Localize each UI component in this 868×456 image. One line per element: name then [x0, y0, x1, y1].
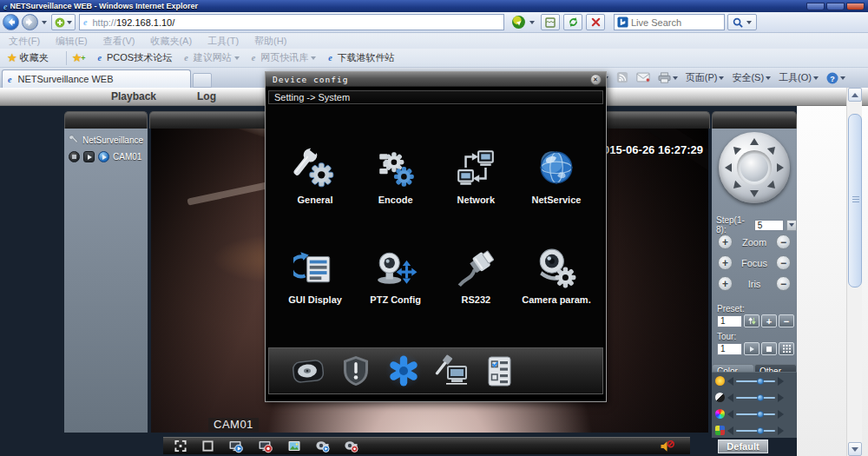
- zoom-out-button[interactable]: −: [776, 235, 791, 249]
- default-button[interactable]: Default: [718, 439, 768, 453]
- slider-handle[interactable]: [757, 427, 764, 434]
- history-dropdown-icon[interactable]: [42, 21, 47, 24]
- stop-stream-icon[interactable]: [69, 151, 80, 162]
- close-button[interactable]: [846, 3, 865, 10]
- slider-handle[interactable]: [757, 394, 764, 401]
- single-window-button[interactable]: [201, 439, 214, 453]
- camera-param-item[interactable]: Camera param.: [522, 247, 591, 305]
- slider-left-arrow[interactable]: [727, 426, 733, 435]
- tree-camera-item[interactable]: CAM01: [64, 151, 148, 162]
- menu-edit[interactable]: 编辑(E): [56, 35, 88, 48]
- nav-info-icon[interactable]: [481, 353, 517, 389]
- site-menu-playback[interactable]: Playback: [111, 90, 156, 102]
- search-go-button[interactable]: [727, 14, 757, 30]
- search-box[interactable]: [614, 14, 725, 30]
- preset-input[interactable]: [717, 315, 742, 327]
- forward-button[interactable]: [22, 14, 38, 30]
- tour-list-button[interactable]: [779, 342, 794, 355]
- camera-live-icon[interactable]: [98, 151, 109, 162]
- safety-menu-button[interactable]: 安全(S): [732, 71, 771, 84]
- tree-root-item[interactable]: NetSurveillance: [64, 135, 148, 145]
- encode-item[interactable]: Encode: [361, 147, 431, 205]
- ptz-config-item[interactable]: PTZ Config: [361, 247, 431, 305]
- play-stream-icon[interactable]: [83, 151, 95, 162]
- ptz-center-ball[interactable]: [737, 150, 772, 185]
- slider-right-arrow[interactable]: [778, 410, 784, 419]
- menu-tools[interactable]: 工具(T): [207, 35, 239, 48]
- minimize-button[interactable]: [806, 3, 825, 10]
- page-menu-button[interactable]: 页面(P): [686, 71, 725, 84]
- preset-goto-button[interactable]: [744, 314, 760, 327]
- nav-advanced-icon[interactable]: [433, 353, 470, 389]
- compatibility-button[interactable]: [541, 14, 560, 30]
- stop-button[interactable]: [586, 14, 605, 30]
- tour-start-button[interactable]: [744, 342, 760, 355]
- add-to-favorites-button[interactable]: ★+: [72, 51, 86, 64]
- new-tab-button[interactable]: [193, 73, 212, 88]
- favorite-link-3[interactable]: e网页快讯库: [252, 51, 316, 64]
- tour-stop-button[interactable]: [761, 342, 777, 355]
- favorite-link-1[interactable]: ePCOS技术论坛: [98, 51, 173, 64]
- slider-left-arrow[interactable]: [727, 393, 733, 402]
- menu-help[interactable]: 帮助(H): [254, 35, 286, 48]
- nav-system-icon[interactable]: [385, 353, 422, 389]
- print-button[interactable]: [658, 72, 678, 83]
- preset-add-button[interactable]: +: [761, 314, 777, 327]
- iris-open-button[interactable]: +: [718, 276, 733, 291]
- record-all-video-button[interactable]: [258, 439, 273, 453]
- favorite-link-4[interactable]: e下载港软件站: [328, 51, 394, 64]
- open-all-video-button[interactable]: [228, 439, 244, 453]
- slider-left-arrow[interactable]: [727, 377, 733, 386]
- tools-menu-button[interactable]: 工具(O): [779, 71, 819, 84]
- help-menu-button[interactable]: ?: [826, 72, 845, 84]
- slider-handle[interactable]: [757, 378, 764, 385]
- tour-input[interactable]: [717, 343, 742, 355]
- scroll-up-button[interactable]: [848, 88, 862, 102]
- slider-left-arrow[interactable]: [727, 410, 733, 419]
- add-favorite-button[interactable]: [51, 14, 76, 30]
- menu-file[interactable]: 文件(F): [9, 35, 40, 48]
- netservice-item[interactable]: NetService: [522, 147, 591, 205]
- scroll-down-button[interactable]: [848, 442, 862, 456]
- favorites-button[interactable]: ★ 收藏夹: [7, 51, 49, 64]
- feeds-button[interactable]: [616, 71, 628, 85]
- camera-play-button[interactable]: [315, 439, 330, 453]
- url-field[interactable]: e http://192.168.1.10/: [79, 14, 504, 30]
- back-button[interactable]: [3, 14, 19, 30]
- read-mail-button[interactable]: [636, 72, 650, 84]
- fullscreen-button[interactable]: [174, 439, 187, 453]
- snapshot-button[interactable]: [287, 439, 301, 453]
- general-item[interactable]: General: [280, 147, 350, 205]
- slider-right-arrow[interactable]: [778, 377, 784, 386]
- dialog-close-button[interactable]: ✕: [590, 74, 602, 85]
- slider-right-arrow[interactable]: [778, 393, 784, 402]
- mute-button[interactable]: [660, 440, 674, 453]
- maximize-button[interactable]: [826, 3, 845, 10]
- camera-record-button[interactable]: [344, 439, 358, 453]
- contrast-slider[interactable]: [736, 397, 775, 399]
- refresh-button[interactable]: [563, 14, 582, 30]
- site-menu-log[interactable]: Log: [197, 90, 216, 102]
- accelerator-button[interactable]: [511, 15, 535, 30]
- preset-remove-button[interactable]: −: [779, 314, 794, 327]
- rs232-item[interactable]: RS232: [441, 247, 510, 305]
- scrollbar-thumb[interactable]: [848, 114, 862, 287]
- nav-alarm-icon[interactable]: [338, 353, 374, 389]
- ptz-direction-pad[interactable]: [719, 132, 790, 203]
- zoom-in-button[interactable]: +: [718, 235, 733, 249]
- tab-netsurveillance[interactable]: e NETSurveillance WEB: [2, 69, 191, 88]
- menu-view[interactable]: 查看(V): [103, 35, 135, 48]
- focus-in-button[interactable]: +: [718, 255, 733, 270]
- dialog-title-bar[interactable]: Device config ✕: [266, 72, 606, 87]
- saturation-slider[interactable]: [736, 413, 775, 415]
- gui-display-item[interactable]: GUI Display: [280, 247, 350, 305]
- slider-handle[interactable]: [757, 411, 764, 418]
- menu-favorites[interactable]: 收藏夹(A): [150, 35, 192, 48]
- nav-record-icon[interactable]: [290, 353, 326, 389]
- network-item[interactable]: Network: [441, 147, 510, 205]
- search-input[interactable]: [631, 17, 713, 28]
- favorite-link-2[interactable]: e建议网站: [184, 51, 239, 64]
- hue-slider[interactable]: [736, 430, 775, 432]
- browser-scrollbar[interactable]: [846, 88, 862, 456]
- slider-right-arrow[interactable]: [778, 426, 784, 435]
